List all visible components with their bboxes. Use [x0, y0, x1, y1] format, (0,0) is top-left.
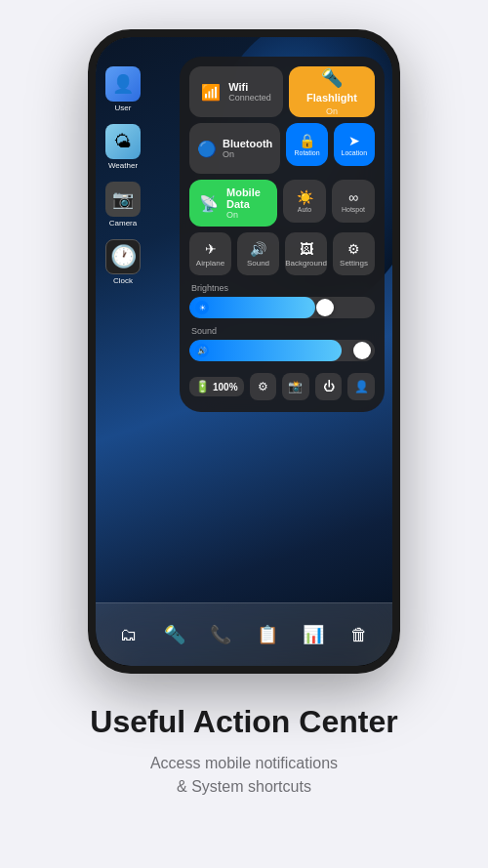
wifi-sublabel: Connected — [228, 93, 271, 103]
cc-camera-button[interactable]: 📸 — [282, 373, 309, 400]
cc-bottom-bar: 🔋 100% ⚙ 📸 ⏻ 👤 — [189, 369, 375, 402]
background-tile[interactable]: 🖼 Background — [285, 232, 327, 275]
airplane-label: Airplane — [196, 259, 224, 268]
sound-slider[interactable]: 🔊 — [189, 340, 375, 361]
sound-slider-label: Sound — [189, 326, 375, 336]
bluetooth-icon: 🔵 — [197, 140, 217, 158]
phone-frame: 👤 User 🌤 Weather 📷 Camera 🕐 Clock — [88, 29, 400, 674]
location-tile[interactable]: ➤ Location — [334, 123, 375, 166]
dock-icon-finder[interactable]: 🗂 — [111, 617, 146, 652]
wifi-text: Wifi Connected — [228, 81, 271, 103]
user-icon: 👤 — [105, 66, 141, 102]
wifi-tile[interactable]: 📶 Wifi Connected — [189, 66, 283, 117]
mobile-data-text: Mobile Data On — [226, 186, 267, 220]
brightness-slider[interactable]: ☀ — [189, 297, 375, 318]
airplane-icon: ✈ — [205, 241, 217, 257]
hotspot-icon: ∞ — [348, 189, 358, 205]
camera-icon: 📷 — [105, 182, 141, 217]
bluetooth-text: Bluetooth On — [223, 138, 272, 159]
cc-gear-button[interactable]: ⚙ — [250, 373, 277, 400]
settings-icon: ⚙ — [347, 241, 360, 257]
cc-row-4: ✈ Airplane 🔊 Sound 🖼 Background ⚙ Settin… — [189, 232, 375, 275]
hotspot-label: Hotspot — [342, 206, 365, 213]
brightness-section: Brightnes ☀ — [189, 283, 375, 318]
settings-tile[interactable]: ⚙ Settings — [333, 232, 375, 275]
app-icon-clock[interactable]: 🕐 Clock — [105, 239, 141, 285]
sound-thumb — [353, 342, 371, 359]
weather-label: Weather — [108, 161, 138, 170]
dock-icon-phone[interactable]: 📞 — [203, 617, 238, 652]
flashlight-sublabel: On — [326, 106, 338, 116]
sound-dot: 🔊 — [195, 344, 209, 357]
dock-icon-trash[interactable]: 🗑 — [342, 617, 377, 652]
bluetooth-tile[interactable]: 🔵 Bluetooth On — [189, 123, 280, 174]
battery-percentage: 100% — [213, 382, 238, 393]
brightness-dot: ☀ — [195, 301, 209, 314]
phone-screen: 👤 User 🌤 Weather 📷 Camera 🕐 Clock — [96, 37, 392, 666]
dock-icon-torch[interactable]: 🔦 — [157, 617, 192, 652]
page-title: Useful Action Center — [90, 703, 397, 740]
page-subtitle: Access mobile notifications& System shor… — [90, 752, 397, 799]
flashlight-label: Flashlight — [306, 92, 357, 103]
dock-icon-notes[interactable]: 📋 — [250, 617, 285, 652]
bluetooth-label: Bluetooth — [223, 138, 272, 149]
app-icon-weather[interactable]: 🌤 Weather — [105, 124, 141, 170]
weather-icon: 🌤 — [105, 124, 141, 159]
rotation-tile[interactable]: 🔒 Rotation — [286, 123, 327, 166]
user-label: User — [115, 103, 132, 112]
sound-slider-section: Sound 🔊 — [189, 326, 375, 361]
location-icon: ➤ — [348, 133, 360, 148]
phone-dock: 🗂 🔦 📞 📋 📊 🗑 — [96, 602, 392, 666]
sound-icon: 🔊 — [250, 241, 266, 257]
flashlight-icon: 🔦 — [321, 67, 343, 89]
clock-icon: 🕐 — [105, 239, 141, 274]
auto-icon: ☀️ — [297, 189, 313, 205]
cc-row-2: 🔵 Bluetooth On 🔒 Rotation ➤ Lo — [189, 123, 375, 174]
rotation-icon: 🔒 — [299, 133, 315, 148]
camera-label: Camera — [109, 219, 137, 227]
settings-label: Settings — [340, 259, 368, 268]
background-label: Background — [285, 259, 327, 268]
flashlight-tile[interactable]: 🔦 Flashlight On — [289, 66, 375, 117]
mobile-data-tile[interactable]: 📡 Mobile Data On — [189, 180, 277, 227]
background-icon: 🖼 — [300, 241, 313, 257]
cc-user-button[interactable]: 👤 — [347, 373, 375, 400]
auto-label: Auto — [298, 206, 311, 213]
wifi-icon: 📶 — [201, 83, 221, 102]
mobile-data-icon: 📡 — [199, 194, 219, 213]
bluetooth-sublabel: On — [223, 149, 272, 159]
hotspot-tile[interactable]: ∞ Hotspot — [332, 180, 375, 223]
brightness-label: Brightnes — [189, 283, 375, 293]
auto-tile[interactable]: ☀️ Auto — [283, 180, 326, 223]
app-icon-user[interactable]: 👤 User — [105, 66, 141, 112]
app-icon-camera[interactable]: 📷 Camera — [105, 182, 141, 227]
cc-row-1: 📶 Wifi Connected 🔦 Flashlight On — [189, 66, 375, 117]
sound-tile[interactable]: 🔊 Sound — [237, 232, 279, 275]
sound-label: Sound — [247, 259, 269, 268]
airplane-tile[interactable]: ✈ Airplane — [189, 232, 231, 275]
cc-row-3: 📡 Mobile Data On ☀️ Auto ∞ Hots — [189, 180, 375, 227]
battery-icon: 🔋 — [195, 380, 210, 393]
phone-wrapper: 👤 User 🌤 Weather 📷 Camera 🕐 Clock — [88, 29, 400, 674]
battery-info: 🔋 100% — [189, 377, 244, 396]
sound-fill — [189, 340, 342, 361]
text-section: Useful Action Center Access mobile notif… — [51, 703, 436, 838]
mobile-data-sublabel: On — [226, 210, 267, 220]
cc-power-button[interactable]: ⏻ — [315, 373, 343, 400]
wifi-label: Wifi — [228, 81, 271, 93]
app-icons-strip: 👤 User 🌤 Weather 📷 Camera 🕐 Clock — [105, 66, 141, 285]
mobile-data-label: Mobile Data — [226, 186, 267, 210]
location-label: Location — [342, 149, 367, 156]
brightness-thumb — [316, 299, 334, 316]
control-center-panel: 📶 Wifi Connected 🔦 Flashlight On — [180, 57, 385, 412]
clock-label: Clock — [113, 276, 133, 285]
dock-icon-apps[interactable]: 📊 — [296, 617, 331, 652]
rotation-label: Rotation — [294, 149, 319, 156]
